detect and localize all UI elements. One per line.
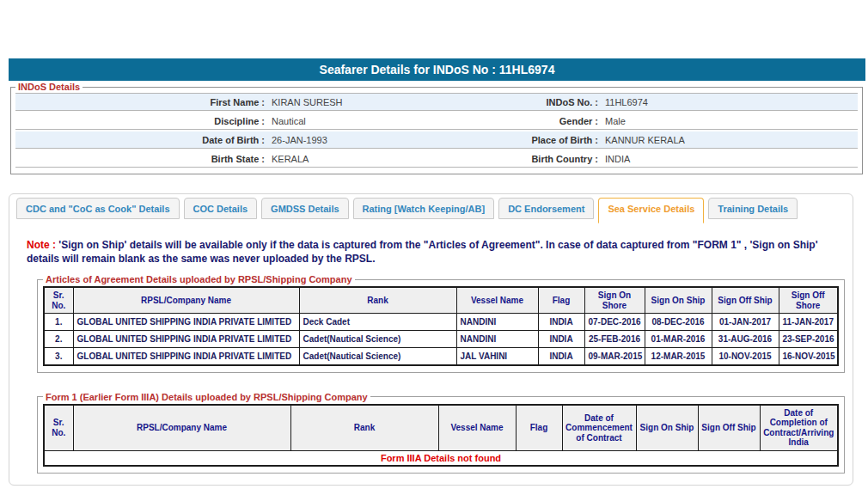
table-row: 2. GLOBAL UNITED SHIPPING INDIA PRIVATE … <box>44 331 838 348</box>
tab-rating-watch-keeping[interactable]: Rating [Watch Keeping/AB] <box>353 198 495 219</box>
indos-row-discipline: Discipline : Nautical Gender : Male <box>15 113 858 130</box>
table-cell: 1. <box>44 314 73 331</box>
field-value-birth-country: INDIA <box>598 154 858 164</box>
table-cell: 31-AUG-2016 <box>712 331 779 348</box>
column-header-vessel: Vessel Name <box>456 287 538 314</box>
page-title: Seafarer Details for INDoS No : 11HL6974 <box>9 58 865 81</box>
field-label-discipline: Discipline : <box>15 116 265 126</box>
table-row: 3. GLOBAL UNITED SHIPPING INDIA PRIVATE … <box>44 348 838 365</box>
table-cell: Cadet(Nautical Science) <box>299 331 456 348</box>
form1-header-row: Sr. No. RPSL/Company Name Rank Vessel Na… <box>44 405 838 451</box>
form1-table: Sr. No. RPSL/Company Name Rank Vessel Na… <box>43 404 839 467</box>
table-cell: 07-DEC-2016 <box>584 314 645 331</box>
column-header-sign-off-shore: Sign Off Shore <box>779 287 838 314</box>
tab-panel-container: CDC and "CoC as Cook" Details COC Detail… <box>9 193 853 486</box>
empty-message-row: Form IIIA Details not found <box>44 450 838 466</box>
column-header-sr-no: Sr. No. <box>44 287 73 314</box>
field-label-birth-state: Birth State : <box>15 154 265 164</box>
table-cell: 25-FEB-2016 <box>584 331 645 348</box>
column-header-sign-off-ship: Sign Off Ship <box>698 405 760 451</box>
field-label-place-of-birth: Place of Birth : <box>512 135 598 145</box>
table-cell: GLOBAL UNITED SHIPPING INDIA PRIVATE LIM… <box>73 314 299 331</box>
column-header-vessel: Vessel Name <box>438 405 516 451</box>
field-label-gender: Gender : <box>512 116 598 126</box>
table-cell: NANDINI <box>456 314 538 331</box>
indos-row-birth: Date of Birth : 26-JAN-1993 Place of Bir… <box>15 131 858 149</box>
table-cell: INDIA <box>538 331 584 348</box>
field-label-birth-country: Birth Country : <box>512 154 598 164</box>
table-cell: 11-JAN-2017 <box>779 314 838 331</box>
form1-fieldset: Form 1 (Earlier Form IIIA) Details uploa… <box>37 392 845 474</box>
table-row: 1. GLOBAL UNITED SHIPPING INDIA PRIVATE … <box>44 314 838 331</box>
field-label-indos-no: INDoS No. : <box>512 97 598 107</box>
tab-gmdss-details[interactable]: GMDSS Details <box>261 198 348 219</box>
column-header-sr-no: Sr. No. <box>44 405 73 451</box>
articles-header-row: Sr. No. RPSL/Company Name Rank Vessel Na… <box>44 287 838 314</box>
table-cell: 01-MAR-2016 <box>645 331 712 348</box>
column-header-company: RPSL/Company Name <box>73 405 290 451</box>
table-cell: 08-DEC-2016 <box>645 314 712 331</box>
column-header-rank: Rank <box>290 405 438 451</box>
note-body: 'Sign on Ship' details will be available… <box>27 239 818 265</box>
column-header-rank: Rank <box>299 287 456 314</box>
table-cell: NANDINI <box>456 331 538 348</box>
table-cell: INDIA <box>538 314 584 331</box>
column-header-sign-on-ship: Sign On Ship <box>645 287 712 314</box>
field-value-first-name: KIRAN SURESH <box>265 97 512 107</box>
column-header-company: RPSL/Company Name <box>73 287 299 314</box>
tab-training-details[interactable]: Training Details <box>708 198 798 219</box>
table-cell: 3. <box>44 348 73 365</box>
form1-empty-message: Form IIIA Details not found <box>44 450 838 466</box>
table-cell: 23-SEP-2016 <box>779 331 838 348</box>
table-cell: 16-NOV-2015 <box>779 348 838 365</box>
field-value-gender: Male <box>598 116 858 126</box>
tab-dc-endorsement[interactable]: DC Endorsement <box>498 198 594 219</box>
column-header-sign-on-ship: Sign On Ship <box>636 405 698 451</box>
page-body: { "title_bar": { "text": "Seafarer Detai… <box>0 0 868 495</box>
table-cell: 12-MAR-2015 <box>645 348 712 365</box>
tab-strip: CDC and "CoC as Cook" Details COC Detail… <box>9 194 853 221</box>
field-value-birth-state: KERALA <box>265 154 512 164</box>
tab-coc-details[interactable]: COC Details <box>184 198 258 219</box>
field-value-place-of-birth: KANNUR KERALA <box>598 135 858 145</box>
articles-of-agreement-fieldset: Articles of Agreement Details uploaded b… <box>37 274 845 373</box>
table-cell: GLOBAL UNITED SHIPPING INDIA PRIVATE LIM… <box>73 348 299 365</box>
table-cell: Cadet(Nautical Science) <box>299 348 456 365</box>
table-cell: 10-NOV-2015 <box>712 348 779 365</box>
field-value-discipline: Nautical <box>265 116 512 126</box>
note-text: Note : 'Sign on Ship' details will be av… <box>27 238 837 266</box>
tab-sea-service-details[interactable]: Sea Service Details <box>598 198 704 223</box>
column-header-date-completion: Date of Completion of Contract/Arriving … <box>760 405 838 451</box>
column-header-flag: Flag <box>516 405 562 451</box>
field-value-date-of-birth: 26-JAN-1993 <box>265 135 512 145</box>
table-cell: JAL VAHINI <box>456 348 538 365</box>
column-header-sign-off-ship: Sign Off Ship <box>712 287 779 314</box>
form1-legend: Form 1 (Earlier Form IIIA) Details uploa… <box>43 392 370 402</box>
table-cell: 09-MAR-2015 <box>584 348 645 365</box>
indos-row-name: First Name : KIRAN SURESH INDoS No. : 11… <box>15 94 858 111</box>
articles-of-agreement-legend: Articles of Agreement Details uploaded b… <box>43 274 355 284</box>
table-cell: GLOBAL UNITED SHIPPING INDIA PRIVATE LIM… <box>73 331 299 348</box>
column-header-flag: Flag <box>538 287 584 314</box>
column-header-sign-on-shore: Sign On Shore <box>584 287 645 314</box>
table-cell: Deck Cadet <box>299 314 456 331</box>
tab-cdc-coc-cook-details[interactable]: CDC and "CoC as Cook" Details <box>16 198 180 219</box>
note-prefix: Note : <box>27 239 56 251</box>
field-value-indos-no: 11HL6974 <box>598 97 858 107</box>
field-label-date-of-birth: Date of Birth : <box>15 135 265 145</box>
articles-table: Sr. No. RPSL/Company Name Rank Vessel Na… <box>43 286 839 366</box>
indos-details-legend: INDoS Details <box>15 82 83 92</box>
indos-row-state: Birth State : KERALA Birth Country : IND… <box>15 150 858 168</box>
indos-details-rows: First Name : KIRAN SURESH INDoS No. : 11… <box>15 93 858 168</box>
indos-details-fieldset: INDoS Details First Name : KIRAN SURESH … <box>10 82 863 174</box>
field-label-first-name: First Name : <box>15 97 265 107</box>
table-cell: INDIA <box>538 348 584 365</box>
table-cell: 2. <box>44 331 73 348</box>
table-cell: 01-JAN-2017 <box>712 314 779 331</box>
column-header-date-commencement: Date of Commencement of Contract <box>562 405 636 451</box>
